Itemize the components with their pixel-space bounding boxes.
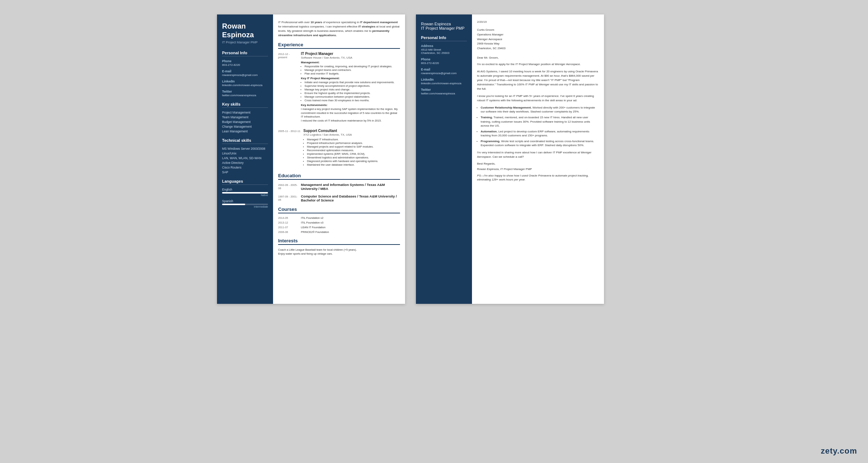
- list-item: Manage key project risks and change.: [305, 88, 400, 91]
- course-date-3: 2011-07: [278, 226, 298, 229]
- list-item: Streamlined logistics and administration…: [307, 156, 378, 159]
- interests-section: Interests Coach a Little League Baseball…: [278, 238, 400, 256]
- cover-email-value: rowanespinoza@gmail.com: [421, 72, 467, 75]
- cover-closing-para: I'm very interested in sharing more abou…: [477, 150, 599, 159]
- tech-cisco: Cisco Routers: [222, 166, 268, 169]
- resume-title: IT Project Manager PMP: [222, 41, 268, 44]
- list-item: Implemented systems (ERP, WMS, CRM, ECM)…: [307, 152, 378, 156]
- linkedin-label: LinkedIn: [222, 80, 268, 83]
- exp-title-1: IT Project Manager: [301, 52, 400, 56]
- exp-detail-2: Support Consultant XYZ Logistics / San A…: [303, 129, 378, 168]
- experience-section: Experience 2012-12 - present IT Project …: [278, 42, 400, 168]
- lang-english-fill: [222, 192, 268, 194]
- list-item: Maintained the user database interface.: [307, 163, 378, 166]
- cover-recipient: Curtis Groom Operations Manager Weniger …: [477, 28, 599, 51]
- cover-bullet-crm-label: Customer Relationship Management.: [481, 106, 532, 109]
- edu-entry-1: 2002-09 - 2005-06 Management and Informa…: [278, 183, 400, 191]
- cover-bullet-training: Training. Trained, mentored, and on-boar…: [481, 115, 599, 128]
- list-item: Manage communication between project sta…: [305, 95, 400, 98]
- list-item: Plan and monitor IT budgets.: [305, 72, 400, 75]
- cover-para-3: I know you're looking for an IT PMP with…: [477, 94, 599, 103]
- exp-date-1: 2012-12 - present: [278, 52, 298, 124]
- exp-keypm-label: Key IT Project Management:: [301, 77, 400, 80]
- edu-degree-2: Computer Science and Databases / Texas A…: [301, 194, 400, 202]
- list-item: Initiate and manage projects that provid…: [305, 81, 400, 84]
- cover-bullet-automation-label: Automation.: [481, 130, 498, 133]
- page-container: Rowan Espinoza IT Project Manager PMP Pe…: [217, 14, 651, 304]
- list-item: Manage project teams and contractors.: [305, 68, 400, 72]
- edu-entry-2: 1997-09 - 2001-05 Computer Science and D…: [278, 194, 400, 202]
- exp-keyach-label: Key Achievements:: [301, 103, 400, 107]
- exp-mgmt-label: Management:: [301, 61, 400, 64]
- cover-bullet-crm: Customer Relationship Management. Worked…: [481, 106, 599, 114]
- cover-signature: Rowan Espinoza, IT Project Manager PMP: [477, 167, 599, 171]
- exp-title-2: Support Consultant: [303, 129, 378, 133]
- cover-twitter-label: Twitter: [421, 88, 467, 92]
- tech-windows: MS Windows Server 2003/2008: [222, 147, 268, 150]
- cover-main: 2/20/19 Curtis Groom Operations Manager …: [472, 14, 604, 304]
- lang-spanish-fill: [222, 204, 245, 205]
- exp-company-1: Software House / San Antonio, TX, USA: [301, 56, 400, 59]
- tech-sap: SAP: [222, 170, 268, 174]
- languages-heading: Languages: [222, 179, 268, 185]
- resume-document: Rowan Espinoza IT Project Manager PMP Pe…: [217, 14, 405, 304]
- lang-spanish-name: Spanish: [222, 199, 268, 203]
- course-name-1: ITIL Foundation v2: [301, 216, 323, 220]
- cover-bullet-training-text: Trained, mentored, and on-boarded 15 new…: [481, 116, 590, 127]
- cover-address-label: Address: [421, 44, 467, 48]
- exp-entry-1: 2012-12 - present IT Project Manager Sof…: [278, 52, 400, 124]
- summary-text: IT Professional with over 10 years of ex…: [278, 20, 400, 38]
- cover-para-1: I'm so excited to apply for the IT Proje…: [477, 62, 599, 67]
- experience-heading: Experience: [278, 42, 400, 49]
- list-item: Cross trained more than 30 employees in …: [305, 99, 400, 102]
- list-item: Responsible for creating, improving, and…: [305, 65, 400, 68]
- course-4: 2006-06 PRINCE2® Foundation: [278, 230, 400, 234]
- cover-bullet-programming-label: Programming.: [481, 140, 500, 143]
- course-name-3: LEAN IT Foundation: [301, 226, 326, 229]
- courses-heading: Courses: [278, 207, 400, 213]
- twitter-label: Twitter: [222, 90, 268, 93]
- skill-change-management: Change Management: [222, 125, 268, 128]
- cover-personal-info-heading: Personal Info: [421, 35, 467, 41]
- cover-bullet-training-label: Training.: [481, 116, 493, 119]
- phone-value: 803-272-8220: [222, 63, 268, 67]
- lang-english-level: Native: [222, 194, 268, 196]
- key-skills-heading: Key skills: [222, 102, 268, 108]
- cover-bullet-automation: Automation. Led project to develop custo…: [481, 129, 599, 137]
- edu-detail-2: Computer Science and Databases / Texas A…: [301, 194, 400, 202]
- tech-linux: Linux/Unix: [222, 152, 268, 155]
- cover-bullet-programming: Programming. Wrote test scripts and coor…: [481, 139, 599, 147]
- list-item: Managed IT infrastructure.: [307, 138, 378, 141]
- list-item: Recommended optimization measures.: [307, 149, 378, 152]
- cover-twitter-value: twitter.com/rowanespinoza: [421, 92, 467, 95]
- skill-budget-management: Budget Management: [222, 120, 268, 124]
- resume-main: IT Professional with over 10 years of ex…: [273, 14, 405, 304]
- exp-keypm-bullets: Initiate and manage projects that provid…: [301, 81, 400, 102]
- edu-date-2: 1997-09 - 2001-05: [278, 194, 298, 202]
- list-item: Supervise timely accomplishment of proje…: [305, 84, 400, 88]
- lang-spanish-level: Intermediate: [222, 205, 268, 208]
- skill-project-management: Project Management: [222, 111, 268, 114]
- course-name-2: ITIL Foundation v3: [301, 221, 323, 224]
- cover-bullets-list: Customer Relationship Management. Worked…: [481, 106, 599, 148]
- course-2: 2013-12 ITIL Foundation v3: [278, 221, 400, 224]
- linkedin-value: linkedin.com/in/rowan-espinoza: [222, 84, 268, 87]
- resume-name: Rowan Espinoza: [222, 22, 268, 39]
- cover-salutation: Dear Mr. Groom,: [477, 56, 599, 59]
- exp-date-2: 2005-11 - 2012-11: [278, 129, 301, 168]
- lang-spanish-bar: [222, 204, 268, 205]
- course-3: 2011-07 LEAN IT Foundation: [278, 226, 400, 229]
- skill-team-management: Team Management: [222, 115, 268, 119]
- email-value: rowanespinoza@gmail.com: [222, 73, 268, 77]
- cover-regards: Best Regards,: [477, 162, 599, 165]
- zety-watermark: zety.com: [821, 446, 857, 456]
- list-item: Diagnosed problems with hardware and ope…: [307, 160, 378, 163]
- exp-keyach-text: I managed a key project involving SAP sy…: [301, 107, 400, 123]
- cover-email-label: E-mail: [421, 68, 467, 71]
- course-date-4: 2006-06: [278, 230, 298, 234]
- course-1: 2014-05 ITIL Foundation v2: [278, 216, 400, 220]
- edu-degree-1: Management and Information Systems / Tex…: [301, 183, 400, 191]
- email-label: E-mail: [222, 69, 268, 73]
- cover-address-value: 4513 Mill StreetCharleston, SC 29303: [421, 48, 467, 55]
- cover-linkedin-label: LinkedIn: [421, 78, 467, 81]
